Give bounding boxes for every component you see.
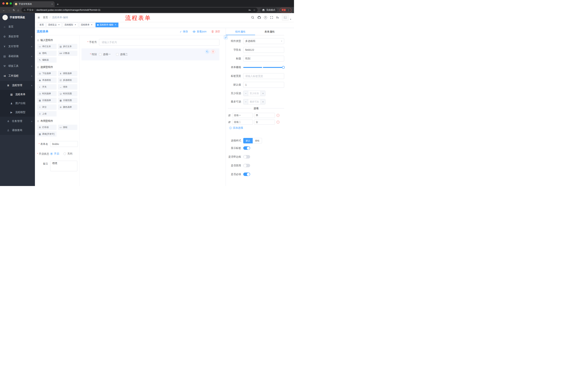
disabled-switch[interactable] [243, 164, 250, 167]
sidebar-item-infrastructure[interactable]: ▤ 基础设施 ∨ [0, 51, 35, 61]
clear-button[interactable]: 清空 [211, 30, 220, 33]
tag-process-definition[interactable]: 流程定义 × [46, 22, 62, 27]
sidebar-item-task-management[interactable]: ⋔ 任务管理 ∨ [0, 117, 35, 126]
tag-close-icon[interactable]: × [114, 24, 117, 26]
tab-component-props[interactable]: 组件属性 [226, 28, 255, 35]
show-label-switch[interactable] [243, 146, 250, 150]
max-select-input[interactable] [248, 99, 261, 104]
font-size-icon[interactable]: TT [276, 16, 279, 19]
remove-option-button[interactable]: − [276, 121, 279, 124]
component-type-select[interactable]: ∨ [243, 38, 284, 44]
sidebar-toggle-icon[interactable]: ≡ [38, 15, 40, 20]
palette-item-checkbox-group[interactable]: ☑多选框组 [58, 77, 77, 83]
help-icon[interactable]: ? [264, 16, 267, 19]
palette-item-date-range[interactable]: ▩日期范围 [58, 98, 77, 103]
palette-item-radio-group[interactable]: ◉单选框组 [37, 77, 57, 83]
palette-item-counter[interactable]: 123计数器 [58, 51, 77, 56]
palette-item-date-picker[interactable]: ▦日期选择 [37, 98, 57, 103]
sidebar-item-process-model[interactable]: ▶ 流程模型 [0, 108, 35, 117]
title-input[interactable] [243, 56, 284, 62]
tag-close-icon[interactable]: × [58, 24, 60, 26]
browser-home-icon[interactable]: ⌂ [18, 9, 19, 11]
phone-field-row[interactable]: 手机号 [82, 39, 220, 45]
minimize-window-button[interactable] [6, 2, 8, 5]
form-canvas[interactable]: 手机号 [80, 35, 226, 186]
tab-form-props[interactable]: 表单属性 [255, 28, 284, 35]
border-switch[interactable] [243, 155, 250, 159]
browser-menu-icon[interactable]: ⋮ [287, 9, 290, 11]
form-name-input[interactable] [50, 141, 78, 147]
tag-process-form[interactable]: 流程表单 × [79, 22, 94, 27]
sidebar-item-dev-tools[interactable]: ⚒ 研发工具 ∨ [0, 61, 35, 71]
form-grid-slider[interactable] [243, 64, 284, 70]
forward-icon[interactable]: → [8, 9, 10, 11]
palette-item-color-picker[interactable]: ⊛颜色选择 [58, 105, 77, 110]
browser-tab[interactable]: 芋道管理系统 × [13, 1, 55, 7]
tag-home[interactable]: 首页 [38, 22, 45, 27]
sidebar-item-payment-management[interactable]: ¥ 支付管理 ∨ [0, 42, 35, 51]
palette-item-password[interactable]: ⊠密码 [37, 51, 57, 56]
copy-component-button[interactable] [205, 50, 209, 54]
palette-item-editor[interactable]: ✎编辑器 [37, 57, 57, 63]
palette-item-upload[interactable]: ↥上传 [37, 111, 57, 117]
update-button[interactable]: 更新 ⋮ [280, 8, 292, 12]
password-key-icon[interactable] [248, 9, 251, 11]
sidebar-item-process-form[interactable]: ▥ 流程表单 [0, 90, 35, 99]
decrease-icon[interactable]: − [243, 91, 248, 96]
component-type-value[interactable] [243, 38, 284, 44]
label-width-input[interactable] [243, 73, 284, 79]
sidebar-item-system-management[interactable]: ⚙ 系统管理 ∨ [0, 32, 35, 42]
avatar[interactable] [282, 14, 289, 21]
drag-handle-icon[interactable] [228, 114, 231, 117]
close-window-button[interactable] [2, 2, 5, 5]
tag-close-icon[interactable]: × [74, 24, 77, 26]
view-json-button[interactable]: 查看json [193, 30, 207, 33]
bookmark-star-icon[interactable]: ☆ [253, 9, 255, 11]
status-off-radio[interactable]: 关闭 [63, 152, 73, 155]
add-option-button[interactable]: + 添加选项 [229, 126, 284, 130]
palette-item-time-range[interactable]: ◶时间范围 [58, 91, 77, 96]
save-button[interactable]: ✓ 保存 [180, 30, 188, 33]
increase-icon[interactable]: + [261, 91, 265, 96]
back-icon[interactable]: ← [2, 9, 5, 11]
palette-item-row-container[interactable]: ⊞行容器 [37, 125, 57, 130]
option-name-input[interactable] [232, 113, 253, 118]
sidebar-item-workflow[interactable]: ⇉ 工作流程 ∧ [0, 71, 35, 81]
slider-handle[interactable] [282, 66, 285, 69]
palette-item-cascader[interactable]: ⋔级联选择 [58, 71, 77, 76]
style-button-button[interactable]: 按钮 [253, 138, 262, 143]
option-value-input[interactable] [254, 113, 275, 118]
fullscreen-icon[interactable] [270, 16, 273, 19]
palette-item-button[interactable]: ▭按钮 [58, 125, 77, 130]
option-name-input[interactable] [232, 120, 253, 125]
fullscreen-window-button[interactable] [10, 2, 12, 5]
option-value-input[interactable] [254, 120, 275, 125]
sidebar-item-user-group[interactable]: ♟ 用户分组 [0, 99, 35, 108]
breadcrumb-home[interactable]: 首页 [43, 16, 48, 19]
gender-field-row[interactable]: 性别 选项一 选项二 [82, 53, 220, 56]
palette-item-single-line-text[interactable]: ▭单行文本 [37, 44, 57, 49]
tag-close-icon[interactable]: × [90, 24, 93, 26]
doc-link-button[interactable] [224, 35, 228, 39]
palette-item-time-picker[interactable]: ◷时间选择 [37, 91, 57, 96]
default-value-input[interactable] [243, 82, 284, 88]
option-one-checkbox[interactable]: 选项一 [99, 53, 111, 56]
option-two-checkbox[interactable]: 选项二 [116, 53, 128, 56]
style-default-button[interactable]: 默认 [243, 138, 253, 143]
palette-item-table[interactable]: ▦表格[开发中] [37, 131, 57, 137]
palette-item-multi-line-text[interactable]: ▤多行文本 [58, 44, 77, 49]
status-on-radio[interactable]: 开启 [50, 152, 59, 155]
sidebar-item-leave-query[interactable]: ♙ 请假查询 [0, 126, 35, 135]
address-bar[interactable]: ⚠ 不安全 dashboard.yudao.iocoder.cn/bpm/man… [21, 8, 258, 12]
tag-process-model[interactable]: 流程模型 × [63, 22, 78, 27]
delete-component-button[interactable] [211, 50, 215, 54]
sidebar-item-home[interactable]: ⌂ 首页 [0, 22, 35, 32]
decrease-icon[interactable]: − [243, 99, 248, 104]
palette-item-switch[interactable]: ◐开关 [37, 84, 57, 90]
phone-input[interactable] [99, 39, 220, 45]
field-name-input[interactable] [243, 47, 284, 53]
avatar-caret-icon[interactable]: ▾ [290, 18, 291, 20]
github-icon[interactable] [257, 16, 261, 19]
increase-icon[interactable]: + [261, 99, 265, 104]
new-tab-button[interactable]: + [57, 2, 59, 6]
